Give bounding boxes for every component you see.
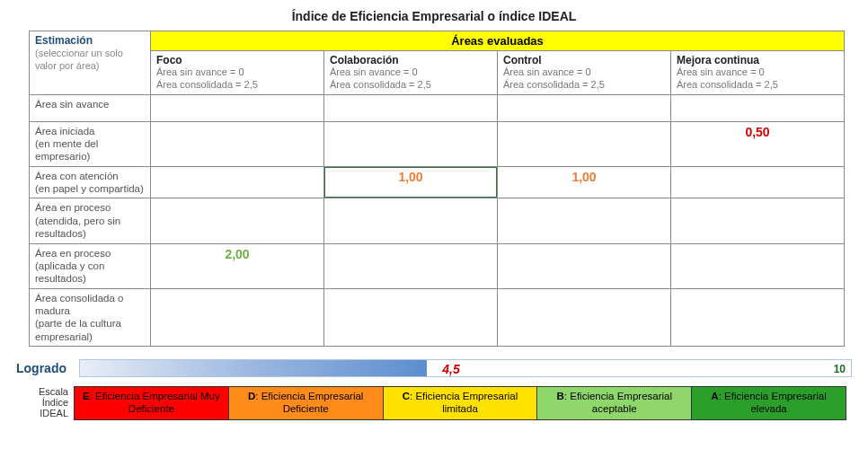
value-cell[interactable] <box>498 121 671 166</box>
logrado-label: Logrado <box>11 361 66 375</box>
estimation-sub: (seleccionar un solo valor por área) <box>35 48 123 71</box>
scale-label-line2: Índice <box>42 397 68 408</box>
row-label: Área en proceso(aplicada y con resultado… <box>30 243 151 288</box>
scale-label-line3: IDEAL <box>40 408 68 418</box>
row-label: Área sin avance <box>30 94 151 121</box>
scale-band-b: B: Eficiencia Empresarial aceptable <box>537 386 692 420</box>
column-sub-line2: Área consolidada = 2,5 <box>330 79 492 92</box>
row-label: Área con atención(en papel y compartida) <box>30 166 151 198</box>
scale-band-a: A: Eficiencia Empresarial elevada <box>692 386 846 420</box>
column-sub-line1: Área sin avance = 0 <box>330 66 492 79</box>
value-cell[interactable]: 1,00 <box>324 166 498 198</box>
value-cell[interactable] <box>151 198 324 243</box>
value-cell[interactable]: 2,00 <box>151 243 324 288</box>
table-row: Área con atención(en papel y compartida)… <box>30 166 845 198</box>
column-header-0: FocoÁrea sin avance = 0Área consolidada … <box>151 51 324 95</box>
logrado-bar-outer: 4,5 10 <box>79 359 852 377</box>
scale-band-c: C: Eficiencia Empresarial limitada <box>384 386 538 420</box>
scale-band-e: E: Eficiencia Empresarial Muy Deficiente <box>74 386 229 420</box>
value-cell[interactable] <box>151 288 324 347</box>
logrado-max: 10 <box>834 360 846 378</box>
estimation-header: Estimación (seleccionar un solo valor po… <box>30 31 151 95</box>
value-cell[interactable]: 1,00 <box>498 166 671 198</box>
column-sub-line1: Área sin avance = 0 <box>677 66 838 79</box>
table-row: Área en proceso(aplicada y con resultado… <box>30 243 845 288</box>
column-header-label: Mejora continua <box>677 54 838 66</box>
scale-axis-label: Escala Índice IDEAL <box>11 386 74 420</box>
value-cell[interactable] <box>498 94 671 121</box>
evaluation-table: Estimación (seleccionar un solo valor po… <box>29 31 845 347</box>
column-sub-line1: Área sin avance = 0 <box>156 66 318 79</box>
column-header-3: Mejora continuaÁrea sin avance = 0Área c… <box>671 51 845 95</box>
estimation-label: Estimación <box>35 34 93 47</box>
column-header-2: ControlÁrea sin avance = 0Área consolida… <box>498 51 671 95</box>
value-cell[interactable] <box>498 198 671 243</box>
column-header-label: Control <box>503 54 665 66</box>
column-sub-line1: Área sin avance = 0 <box>503 66 665 79</box>
column-sub-line2: Área consolidada = 2,5 <box>503 79 665 92</box>
areas-header: Áreas evaluadas <box>151 31 845 51</box>
value-cell[interactable] <box>151 166 324 198</box>
table-row: Área en proceso(atendida, pero sin resul… <box>30 198 845 243</box>
value-cell[interactable] <box>324 94 498 121</box>
value-cell[interactable] <box>671 243 845 288</box>
column-header-label: Colaboración <box>330 54 492 66</box>
column-sub-line2: Área consolidada = 2,5 <box>156 79 318 92</box>
value-cell[interactable] <box>498 288 671 347</box>
table-row: Área sin avance <box>30 94 845 121</box>
scale-band-d: D: Eficiencia Empresarial Deficiente <box>229 386 384 420</box>
column-headers-row: FocoÁrea sin avance = 0Área consolidada … <box>30 51 845 95</box>
table-row: Área consolidada o madura(parte de la cu… <box>30 288 845 347</box>
value-cell[interactable] <box>324 121 498 166</box>
scale-label-line1: Escala <box>39 386 68 397</box>
value-cell[interactable] <box>151 94 324 121</box>
row-label: Área iniciada(en mente del empresario) <box>30 121 151 166</box>
value-cell[interactable] <box>671 198 845 243</box>
value-cell[interactable] <box>671 94 845 121</box>
value-cell[interactable]: 0,50 <box>671 121 845 166</box>
value-cell[interactable] <box>671 288 845 347</box>
row-label: Área en proceso(atendida, pero sin resul… <box>30 198 151 243</box>
value-cell[interactable] <box>498 243 671 288</box>
value-cell[interactable] <box>324 198 498 243</box>
scale-row: Escala Índice IDEAL E: Eficiencia Empres… <box>11 386 857 420</box>
column-header-label: Foco <box>156 54 318 66</box>
page-title: Índice de Eficiencia Empresarial o índic… <box>11 9 857 23</box>
logrado-bar-fill <box>80 360 427 376</box>
logrado-value: 4,5 <box>442 360 459 378</box>
logrado-bar-row: Logrado 4,5 10 <box>11 359 857 377</box>
value-cell[interactable] <box>324 243 498 288</box>
value-cell[interactable] <box>671 166 845 198</box>
scale-bands: E: Eficiencia Empresarial Muy Deficiente… <box>74 386 846 420</box>
column-header-1: ColaboraciónÁrea sin avance = 0Área cons… <box>324 51 498 95</box>
row-label: Área consolidada o madura(parte de la cu… <box>30 288 151 347</box>
column-sub-line2: Área consolidada = 2,5 <box>677 79 838 92</box>
table-row: Área iniciada(en mente del empresario)0,… <box>30 121 845 166</box>
value-cell[interactable] <box>151 121 324 166</box>
value-cell[interactable] <box>324 288 498 347</box>
